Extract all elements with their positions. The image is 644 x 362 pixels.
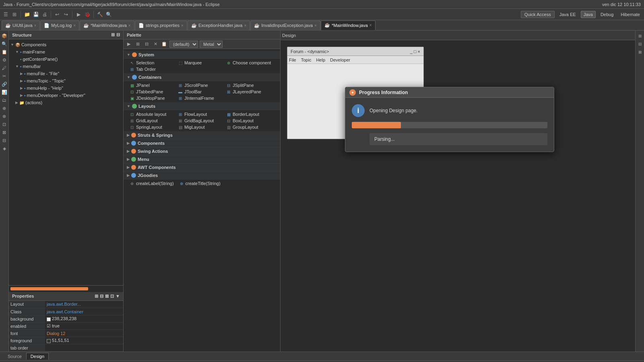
tree-item-menudeveloper[interactable]: ▶ ▪ menuDeveloper - "Developer" [9,92,123,99]
palette-item-jscrollpane[interactable]: ⊞ JScrollPane [175,82,223,88]
left-icon-12[interactable]: ⊡ [1,121,8,128]
palette-section-awt[interactable]: ▶ AWT Components [124,163,280,171]
palette-section-menu[interactable]: ▶ Menu [124,155,280,163]
perspective-java[interactable]: Java [581,11,596,18]
redo-icon[interactable]: ↪ [62,10,70,19]
prop-icon-1[interactable]: ⊞ [95,294,98,299]
palette-section-layouts[interactable]: ▼ Layouts [124,102,280,110]
quick-access-button[interactable]: Quick Access [521,11,555,18]
palette-section-struts[interactable]: ▶ Struts & Springs [124,131,280,139]
palette-tb-1[interactable]: ▶ [125,41,132,48]
palette-item-borderlayout[interactable]: ▦ BorderLayout [223,111,272,117]
left-icon-11[interactable]: ⊗ [1,113,8,120]
palette-tb-4[interactable]: ✕ [152,41,159,48]
left-icon-9[interactable]: 🗂 [1,97,8,104]
toolbar-icon-2[interactable]: ⊞ [10,10,19,19]
tree-item-menutopic[interactable]: ▶ ▪ menuTopic - "Topic" [9,77,123,84]
palette-item-jlayeredpane[interactable]: ⊠ JLayeredPane [223,88,272,95]
palette-tb-2[interactable]: ⊞ [134,41,141,48]
palette-section-swing-actions[interactable]: ▶ Swing Actions [124,147,280,155]
prop-row-taborder[interactable]: tab order [9,344,123,352]
palette-item-jsplitpane[interactable]: ⊟ JSplitPane [223,82,272,88]
tab-design[interactable]: Design [26,353,49,360]
forum-menu-topic[interactable]: Topic [301,58,312,62]
left-icon-10[interactable]: ⊕ [1,105,8,112]
left-icon-3[interactable]: 📋 [1,48,8,56]
left-icon-7[interactable]: 🔗 [1,80,8,88]
palette-item-jtabbedpane[interactable]: ⊡ JTabbedPane [127,88,175,95]
tree-item-contentpane[interactable]: ▪ getContentPane() [9,56,123,63]
palette-item-gridbaglayout[interactable]: ⊠ GridBagLayout [175,117,223,124]
search-icon[interactable]: 🔍 [105,10,113,19]
perspective-debug[interactable]: Debug [598,11,616,18]
forum-menu-help[interactable]: Help [316,58,325,62]
tab-close-mainwindow2[interactable]: × [369,23,372,27]
tab-close-uiutil[interactable]: × [34,23,37,28]
palette-item-taborder[interactable]: ⊞ Tab Order [127,66,175,72]
palette-item-createlabel[interactable]: ⊕ createLabel(String) [127,180,176,187]
palette-item-createtitle[interactable]: ⊕ createTitle(String) [176,180,225,187]
palette-item-choose[interactable]: ⊕ Choose component [223,60,273,66]
run-icon[interactable]: ▶ [74,10,83,19]
prop-icon-4[interactable]: ⊡ [110,294,114,299]
palette-tb-3[interactable]: ⊟ [143,41,150,48]
toolbar-icon-3[interactable]: 📁 [23,10,31,19]
tree-item-components[interactable]: ▼ 📦 Components [9,41,123,48]
prop-row-layout[interactable]: Layout java.awt.Border... [9,301,123,308]
tree-item-menubar[interactable]: ▼ ▪ menuBar [9,63,123,70]
toolbar-icon-1[interactable]: ☰ [2,10,10,19]
debug-icon[interactable]: 🐞 [83,10,91,19]
palette-item-marquee[interactable]: ⬚ Marquee [175,60,223,66]
tab-mylog[interactable]: 📄 MyLog.log × [40,21,79,30]
palette-item-selection[interactable]: ↖ Selection [127,60,175,66]
tree-item-menufile[interactable]: ▶ ▪ menuFile - "File" [9,70,123,77]
tab-mainwindow1[interactable]: ☕ *MainWindow.java × [80,21,134,30]
tab-close-invalid[interactable]: × [314,23,317,28]
structure-icon-1[interactable]: ⊞ [111,32,115,37]
palette-item-jdesktoppane[interactable]: ▣ JDesktopPane [127,95,175,101]
left-icon-1[interactable]: 📦 [1,32,8,39]
prop-row-enabled[interactable]: enabled ☑ true [9,323,123,330]
prop-row-foreground[interactable]: foreground 51,51,51 [9,337,123,344]
tab-invalidinput[interactable]: ☕ InvalidInputException.java × [250,21,320,30]
right-icon-2[interactable]: ⊟ [636,40,644,47]
palette-item-boxlayout[interactable]: ⊟ BoxLayout [223,117,272,124]
palette-section-components[interactable]: ▶ Components [124,139,280,147]
prop-icon-5[interactable]: ▼ [116,294,120,299]
tab-strings[interactable]: 📄 strings.properties × [135,21,187,30]
left-icon-8[interactable]: 📊 [1,88,8,96]
prop-row-class[interactable]: Class java.awt.Container [9,308,123,315]
tab-uiutil[interactable]: ☕ UiUtil.java × [2,21,40,30]
tab-source[interactable]: Source [3,353,26,360]
right-icon-1[interactable]: ⊞ [636,32,644,39]
tree-item-mainframe[interactable]: ▼ ▪ mainFrame [9,48,123,56]
structure-icon-2[interactable]: ⊟ [116,32,120,37]
tab-close-exception[interactable]: × [244,23,246,28]
left-icon-6[interactable]: ✂ [1,72,8,80]
palette-item-springlayout[interactable]: ⊡ SpringLayout [127,124,175,130]
left-icon-2[interactable]: 🔍 [1,40,8,47]
left-icon-5[interactable]: 🖊 [1,64,8,72]
prop-icon-2[interactable]: ⊟ [100,294,103,299]
palette-item-flowlayout[interactable]: ⊞ FlowLayout [175,111,223,117]
tab-close-mylog[interactable]: × [73,23,76,28]
palette-item-jinternalframe[interactable]: ⊞ JInternalFrame [175,95,223,101]
palette-item-jpanel[interactable]: ▦ JPanel [127,82,175,88]
prop-icon-3[interactable]: ⊠ [105,294,109,299]
palette-item-jtoolbar[interactable]: ▬ JToolBar [175,88,223,95]
tab-close-mainwindow1[interactable]: × [128,23,131,28]
palette-section-containers[interactable]: ▼ Containers [124,73,280,81]
palette-section-system[interactable]: ▼ System [124,51,280,59]
left-icon-4[interactable]: ⚙ [1,56,8,64]
prop-row-background[interactable]: background 238,238,238 [9,315,123,323]
left-icon-13[interactable]: ⊠ [1,129,8,136]
perspective-javaee[interactable]: Java EE [557,11,578,18]
left-icon-14[interactable]: ⊟ [1,137,8,144]
perspective-hibernate[interactable]: Hibernate [618,11,642,18]
build-icon[interactable]: 🔨 [96,10,104,19]
tab-mainwindow2[interactable]: ☕ *MainWindow.java × [321,21,376,30]
forum-menu-file[interactable]: File [289,58,296,62]
palette-item-grouplayout[interactable]: ▥ GroupLayout [223,124,272,130]
tab-exceptionhandler[interactable]: ☕ ExceptionHandler.java × [188,21,250,30]
tree-item-actions[interactable]: ▶ 📁 (actions) [9,99,123,106]
